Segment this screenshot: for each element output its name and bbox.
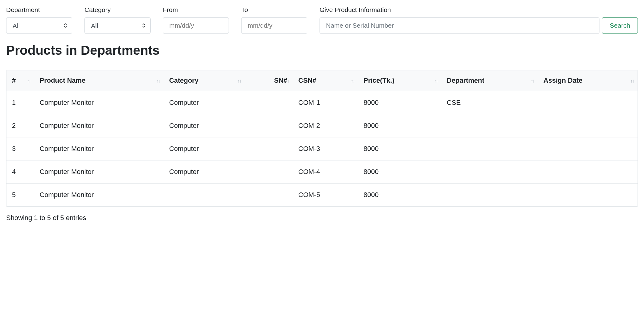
category-select-wrapper: All — [84, 17, 151, 34]
cell-product_name: Computer Monitor — [34, 114, 164, 137]
col-header-category[interactable]: Category↑↓ — [164, 70, 245, 91]
cell-department — [441, 184, 538, 207]
cell-num: 3 — [6, 137, 34, 160]
cell-product_name: Computer Monitor — [34, 91, 164, 114]
sort-icon: ↑↓ — [351, 78, 354, 83]
cell-price: 8000 — [358, 137, 441, 160]
table-row: 1Computer MonitorComputerCOM-18000CSE — [6, 91, 638, 114]
products-table-container: #↑↓ Product Name↑↓ Category↑↓ SN#↑↓ CSN#… — [6, 70, 638, 207]
cell-assign_date — [538, 184, 638, 207]
to-filter-group: To — [241, 6, 307, 34]
from-label: From — [163, 6, 229, 14]
col-header-price[interactable]: Price(Tk.)↑↓ — [358, 70, 441, 91]
cell-csn: COM-5 — [293, 184, 358, 207]
cell-department — [441, 160, 538, 184]
cell-csn: COM-3 — [293, 137, 358, 160]
cell-price: 8000 — [358, 114, 441, 137]
cell-csn: COM-4 — [293, 160, 358, 184]
cell-num: 4 — [6, 160, 34, 184]
sort-icon: ↑↓ — [434, 78, 438, 83]
cell-department: CSE — [441, 91, 538, 114]
cell-num: 5 — [6, 184, 34, 207]
sort-icon: ↑↓ — [157, 78, 160, 83]
cell-sn — [245, 114, 293, 137]
cell-assign_date — [538, 137, 638, 160]
cell-price: 8000 — [358, 184, 441, 207]
to-date-input[interactable] — [241, 17, 307, 34]
cell-csn: COM-1 — [293, 91, 358, 114]
cell-category — [164, 184, 245, 207]
table-row: 5Computer MonitorCOM-58000 — [6, 184, 638, 207]
filter-row: Department All Category All From To — [6, 6, 638, 34]
col-header-csn[interactable]: CSN#↑↓ — [293, 70, 358, 91]
col-header-product-name[interactable]: Product Name↑↓ — [34, 70, 164, 91]
products-table: #↑↓ Product Name↑↓ Category↑↓ SN#↑↓ CSN#… — [6, 70, 638, 206]
cell-csn: COM-2 — [293, 114, 358, 137]
col-header-num[interactable]: #↑↓ — [6, 70, 34, 91]
cell-department — [441, 137, 538, 160]
entries-info: Showing 1 to 5 of 5 entries — [6, 214, 638, 222]
col-header-department[interactable]: Department↑↓ — [441, 70, 538, 91]
sort-icon: ↑↓ — [286, 78, 289, 83]
category-label: Category — [84, 6, 151, 14]
cell-num: 1 — [6, 91, 34, 114]
table-row: 4Computer MonitorComputerCOM-48000 — [6, 160, 638, 184]
sort-icon: ↑↓ — [27, 78, 30, 83]
cell-sn — [245, 184, 293, 207]
search-group: Give Product Information Search — [320, 6, 638, 34]
cell-category: Computer — [164, 160, 245, 184]
cell-category: Computer — [164, 91, 245, 114]
cell-price: 8000 — [358, 160, 441, 184]
category-select[interactable]: All — [84, 17, 151, 34]
sort-icon: ↑↓ — [238, 78, 241, 83]
to-label: To — [241, 6, 307, 14]
cell-product_name: Computer Monitor — [34, 184, 164, 207]
cell-sn — [245, 160, 293, 184]
search-button[interactable]: Search — [602, 17, 638, 34]
sort-icon: ↑↓ — [630, 78, 634, 83]
search-label: Give Product Information — [320, 6, 638, 14]
table-row: 3Computer MonitorComputerCOM-38000 — [6, 137, 638, 160]
cell-category: Computer — [164, 114, 245, 137]
cell-department — [441, 114, 538, 137]
cell-category: Computer — [164, 137, 245, 160]
category-filter-group: Category All — [84, 6, 151, 34]
col-header-assign-date[interactable]: Assign Date↑↓ — [538, 70, 638, 91]
sort-icon: ↑↓ — [531, 78, 534, 83]
from-filter-group: From — [163, 6, 229, 34]
table-row: 2Computer MonitorComputerCOM-28000 — [6, 114, 638, 137]
page-title: Products in Departments — [6, 43, 638, 58]
cell-sn — [245, 91, 293, 114]
cell-product_name: Computer Monitor — [34, 160, 164, 184]
cell-assign_date — [538, 160, 638, 184]
department-label: Department — [6, 6, 72, 14]
search-input[interactable] — [320, 17, 599, 34]
cell-product_name: Computer Monitor — [34, 137, 164, 160]
cell-num: 2 — [6, 114, 34, 137]
department-select[interactable]: All — [6, 17, 72, 34]
cell-price: 8000 — [358, 91, 441, 114]
cell-assign_date — [538, 91, 638, 114]
cell-assign_date — [538, 114, 638, 137]
search-row: Search — [320, 17, 638, 34]
department-filter-group: Department All — [6, 6, 72, 34]
from-date-input[interactable] — [163, 17, 229, 34]
cell-sn — [245, 137, 293, 160]
table-header-row: #↑↓ Product Name↑↓ Category↑↓ SN#↑↓ CSN#… — [6, 70, 638, 91]
department-select-wrapper: All — [6, 17, 72, 34]
col-header-sn[interactable]: SN#↑↓ — [245, 70, 293, 91]
